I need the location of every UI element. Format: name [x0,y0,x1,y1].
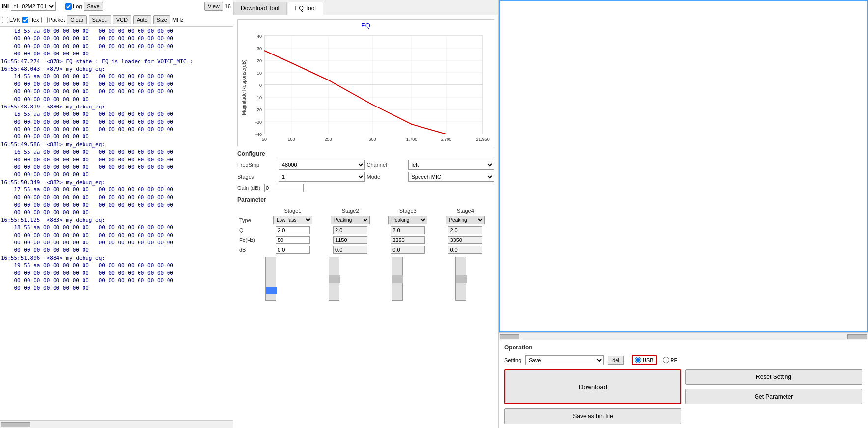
hex-checkbox[interactable] [22,17,28,23]
slider-stage4-track[interactable] [455,257,466,301]
ini-label: INI [2,3,9,9]
view-value: 16 [225,3,231,9]
slider-stage4-container [455,257,466,312]
right-scrollbar[interactable] [499,332,868,340]
slider-stage1-track[interactable] [265,257,276,301]
file-select[interactable]: t1_02M2-T0.i [11,2,56,11]
channel-select[interactable]: left right [408,160,495,170]
q-stage2-input[interactable] [333,226,367,234]
slider-stage2-container [329,257,339,312]
type-label: Type [237,215,264,225]
reset-setting-button[interactable]: Reset Setting [685,369,862,385]
toolbar-row2: EVK Hex Packet Clear Save.. VCD Auto Siz… [0,13,233,27]
svg-text:-40: -40 [255,132,262,137]
param-table: Stage1 Stage2 Stage3 Stage4 Type LowPass… [237,206,494,255]
db-stage3-input[interactable] [391,246,425,254]
configure-section: Configure FreqSmp 48000 44100 16000 8000… [237,150,494,192]
view-button[interactable]: View [204,2,223,11]
stages-label: Stages [237,174,277,180]
usb-radio[interactable] [635,357,641,363]
slider-stage3-track[interactable] [392,257,403,301]
hex-group[interactable]: Hex [22,17,39,23]
freqsmp-select[interactable]: 48000 44100 16000 8000 [279,160,365,170]
svg-text:-20: -20 [255,107,262,112]
log-checkbox-group[interactable]: Log [65,3,82,10]
setting-label: Setting [504,357,521,363]
svg-text:20: 20 [257,58,262,63]
db-row: dB [237,245,494,255]
tab-download-tool[interactable]: Download Tool [233,2,287,15]
svg-text:0: 0 [259,83,262,88]
usb-radio-label[interactable]: USB [632,355,657,365]
download-button[interactable]: Download [504,369,681,404]
fc-stage1-input[interactable] [276,236,310,244]
fc-stage4-input[interactable] [448,236,482,244]
parameter-section: Parameter Stage1 Stage2 Stage3 Stage4 [237,196,494,314]
slider-stage1-thumb[interactable] [266,287,277,294]
slider-stage2-track[interactable] [329,257,339,301]
rf-radio[interactable] [663,357,669,363]
fc-stage3-input[interactable] [391,236,425,244]
del-button[interactable]: del [608,356,624,365]
log-area[interactable]: 13 55 aa 00 00 00 00 00 00 00 00 00 00 0… [0,27,233,420]
horizontal-scrollbar[interactable] [0,420,233,428]
operation-setting-row: Setting Save Load del USB RF [504,355,862,365]
stage2-header: Stage2 [322,206,379,215]
q-stage4-input[interactable] [448,226,482,234]
gain-input[interactable] [264,184,304,192]
size-button[interactable]: Size [153,15,170,24]
type-stage2-select[interactable]: PeakingLowPassHighPass [331,216,370,224]
stage1-header: Stage1 [264,206,321,215]
operation-title: Operation [504,344,862,351]
mode-label: Mode [367,174,406,180]
db-stage1-input[interactable] [276,246,310,254]
slider-stage3-container [392,257,403,312]
slider-stage3-thumb[interactable] [392,275,403,283]
svg-text:250: 250 [324,137,332,142]
stages-select[interactable]: 1 2 3 4 [279,172,365,182]
fc-stage2-input[interactable] [333,236,367,244]
auto-button[interactable]: Auto [133,15,151,24]
log-checkbox[interactable] [65,3,72,10]
vcd-button[interactable]: VCD [113,15,131,24]
svg-text:-10: -10 [255,95,262,100]
svg-text:-30: -30 [255,120,262,125]
db-stage2-input[interactable] [333,246,367,254]
svg-text:100: 100 [287,137,295,142]
q-label: Q [237,225,264,235]
evk-group[interactable]: EVK [2,17,20,23]
rf-radio-label[interactable]: RF [663,357,678,363]
slider-stage1-container [265,257,276,312]
db-label: dB [237,245,264,255]
savedots-button[interactable]: Save.. [89,15,111,24]
evk-checkbox[interactable] [2,17,8,23]
type-stage3-select[interactable]: PeakingLowPassHighPass [388,216,427,224]
q-stage1-input[interactable] [276,226,310,234]
mode-select[interactable]: Speech MIC Voice MIC Music [408,172,495,182]
packet-checkbox[interactable] [41,17,48,23]
get-parameter-button[interactable]: Get Parameter [685,389,862,404]
rf-label: RF [671,357,678,363]
q-row: Q [237,225,494,235]
param-empty-header [237,206,264,215]
eq-chart-title: EQ [240,22,492,29]
type-stage1-select[interactable]: LowPassHighPassPeaking [273,216,312,224]
tab-eq-tool[interactable]: EQ Tool [288,2,323,15]
slider-stage2-thumb[interactable] [329,275,340,283]
q-stage3-input[interactable] [391,226,425,234]
type-stage4-select[interactable]: PeakingLowPassHighPass [446,216,485,224]
db-stage4-input[interactable] [448,246,482,254]
packet-group[interactable]: Packet [41,17,65,23]
clear-button[interactable]: Clear [67,15,86,24]
configure-title: Configure [237,150,494,157]
stage3-header: Stage3 [379,206,437,215]
save-button[interactable]: Save [84,2,103,11]
save-as-bin-button[interactable]: Save as bin file [504,408,681,424]
right-text-area[interactable] [499,0,868,332]
sliders-row [237,255,494,314]
svg-text:30: 30 [257,46,262,51]
gain-label: Gain (dB) [237,185,260,191]
svg-text:1,700: 1,700 [406,137,418,142]
slider-stage4-thumb[interactable] [456,275,467,283]
setting-select[interactable]: Save Load [525,355,604,365]
